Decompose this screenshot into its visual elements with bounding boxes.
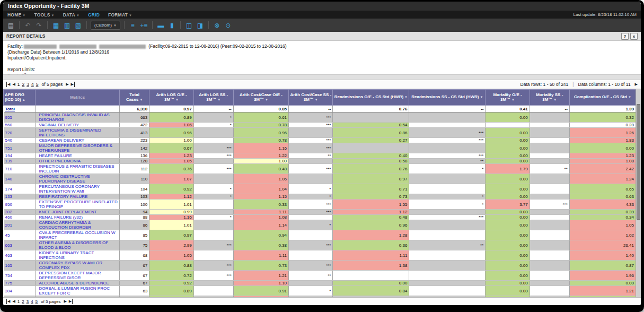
metric-name-link[interactable]: RENAL FAILURE (v32) [36, 215, 120, 220]
menu-item-home[interactable]: HOME▼ [7, 12, 25, 18]
drg-code-link[interactable]: 775 [4, 281, 36, 286]
show-values-icon[interactable]: ⊙ [224, 21, 233, 30]
metric-name-link[interactable]: PERCUTANEOUS CORONARY INTERVENTION W AMI [36, 184, 120, 194]
last-page-icon[interactable]: ▶ [69, 299, 73, 304]
page-link-3[interactable]: 3 [27, 82, 29, 87]
undo-icon[interactable]: ↶ [23, 21, 32, 30]
split-rows-icon[interactable]: ◫ [184, 21, 193, 30]
drg-code-link[interactable]: 754 [4, 271, 36, 281]
freeze-top-row-icon[interactable]: ▬ [156, 21, 165, 30]
menu-item-tools[interactable]: TOOLS▼ [34, 12, 54, 18]
drg-code-link[interactable]: 720 [4, 128, 36, 138]
next-page-icon[interactable]: ▶ [64, 299, 66, 304]
bar-chart-icon[interactable]: ▥ [63, 21, 72, 30]
metric-name-link[interactable]: RESPIRATORY FAILURE [36, 194, 120, 200]
drg-code-link[interactable]: 560 [4, 123, 36, 128]
metric-name-link[interactable]: CARDIAC ARRHYTHMIA & CONDUCTION DISORDER [36, 220, 120, 230]
export-grid-icon[interactable]: ▤ [6, 21, 15, 30]
drg-code-link[interactable]: 304 [4, 286, 36, 296]
menu-item-grid[interactable]: GRID [88, 12, 100, 18]
freeze-first-column-icon[interactable]: ▮ [167, 21, 177, 30]
page-link-5[interactable]: 5 [36, 299, 38, 304]
metric-name-link[interactable]: CHRONIC OBSTRUCTIVE PULMONARY DISEASE [36, 174, 120, 184]
page-link-1[interactable]: 1 [17, 299, 20, 304]
drg-code-link[interactable]: 45 [4, 230, 36, 240]
page-link-2[interactable]: 2 [22, 82, 25, 87]
column-header-1[interactable]: Metrics [36, 90, 120, 106]
metric-name-link[interactable]: CORONARY BYPASS W AMI OR COMPLEX PDX [36, 261, 120, 271]
drg-code-link[interactable]: 710 [4, 164, 36, 174]
metric-name-link[interactable]: DORSAL & LUMBAR FUSION PROC EXCEPT FOR C [36, 286, 120, 296]
last-page-icon[interactable]: ▶ [71, 82, 75, 87]
column-header-11[interactable]: Complication O/E - CS Std▼ [569, 90, 636, 106]
total-row-label[interactable]: Total [4, 106, 36, 112]
drg-code-link[interactable]: 950 [4, 200, 36, 210]
metric-name-link[interactable]: DEPRESSION EXCEPT MAJOR DEPRESSIVE DISOR [36, 271, 120, 281]
column-header-7[interactable]: Readmissions O/E - CS Std (HWR)▼ [333, 90, 409, 106]
drg-code-link[interactable]: 174 [4, 184, 36, 194]
grid-view-icon[interactable]: ▦ [51, 21, 60, 30]
drg-code-link[interactable]: 750 [4, 296, 36, 298]
drg-code-link[interactable]: 463 [4, 250, 36, 261]
column-header-0[interactable]: APR DRG (ICD-10)▲ [4, 90, 36, 106]
redo-icon[interactable]: ↷ [34, 21, 43, 30]
row-height-icon[interactable]: ≡ [128, 21, 137, 30]
first-page-icon[interactable]: ◀ [6, 299, 10, 304]
insert-row-icon[interactable]: +≡ [139, 21, 148, 30]
help-button[interactable]: ? [621, 33, 629, 40]
split-columns-icon[interactable]: ◨ [196, 21, 205, 30]
column-header-9[interactable]: Mortality O/E - 3M™▼ [486, 90, 530, 106]
metric-name-link[interactable]: CVA & PRECEREBRAL OCCLUSION W INFARCT [36, 230, 120, 240]
column-header-3[interactable]: Arith LOS O/E - 3M™▼ [149, 90, 193, 106]
page-link-2[interactable]: 2 [22, 299, 24, 304]
first-page-icon[interactable]: ◀ [6, 82, 10, 87]
hide-values-icon[interactable]: ⊗ [213, 21, 222, 30]
column-header-8[interactable]: Readmissions SS - CS Std (HWR)▼ [409, 90, 486, 106]
page-link-1[interactable]: 1 [17, 82, 20, 87]
custom-layout-dropdown[interactable]: (Custom)▼ [91, 21, 120, 30]
metric-name-link[interactable]: HEART FAILURE [36, 153, 120, 159]
page-link-4[interactable]: 4 [31, 82, 34, 87]
drg-code-link[interactable]: 139 [4, 159, 36, 164]
drg-code-link[interactable]: 133 [4, 194, 36, 200]
drg-code-link[interactable]: 165 [4, 261, 36, 271]
drg-code-link[interactable]: 140 [4, 174, 36, 184]
drg-code-link[interactable]: 955 [4, 112, 36, 123]
metric-name-link[interactable]: EXTENSIVE PROCEDURE UNRELATED TO PRINCIP [36, 200, 120, 210]
drg-code-link[interactable]: 302 [4, 210, 36, 215]
metric-name-link[interactable]: VAGINAL DELIVERY [36, 123, 120, 128]
column-header-2[interactable]: Total Cases▼ [119, 90, 149, 106]
drg-code-link[interactable]: 194 [4, 153, 36, 159]
column-header-5[interactable]: Arith Cost/Case O/E - 3M™▼ [233, 90, 288, 106]
drg-code-link[interactable]: 663 [4, 240, 36, 250]
metric-name-link[interactable]: MAJOR DEPRESSIVE DISORDERS & OTHER/UNSPE [36, 143, 120, 153]
trend-chart-icon[interactable]: ▧ [74, 21, 83, 30]
metric-name-link[interactable]: KIDNEY & URINARY TRACT INFECTIONS [36, 250, 120, 261]
menu-item-data[interactable]: DATA▼ [63, 12, 80, 18]
previous-page-icon[interactable]: ◀ [12, 82, 15, 87]
metric-name-link[interactable]: CESAREAN DELIVERY [36, 138, 120, 143]
page-link-4[interactable]: 4 [31, 299, 33, 304]
metric-name-link[interactable]: KNEE JOINT REPLACEMENT [36, 210, 120, 215]
metric-name-link[interactable]: SCHIZOPHRENIA [36, 296, 120, 298]
vertical-scrollbar[interactable] [636, 89, 641, 297]
column-header-10[interactable]: Mortality SS - 3M™▼ [530, 90, 569, 106]
drg-code-link[interactable]: 460 [4, 215, 36, 220]
next-columns-arrow[interactable]: ▶ [635, 82, 638, 87]
close-button[interactable]: x [630, 33, 638, 40]
metric-name-link[interactable]: INFECTIOUS & PARASITIC DISEASES INCLUDIN [36, 164, 120, 174]
column-header-4[interactable]: Arith LOS SS - 3M™▼ [193, 90, 233, 106]
scrollbar-thumb[interactable] [637, 104, 640, 220]
metric-name-link[interactable]: ALCOHOL ABUSE & DEPENDENCE [36, 281, 120, 286]
column-header-6[interactable]: Arith Cost/Case SS - 3M™▼ [289, 90, 333, 106]
drg-code-link[interactable]: 751 [4, 143, 36, 153]
metric-name-link[interactable]: PRINCIPAL DIAGNOSIS INVALID AS DISCHARGE [36, 112, 120, 123]
page-link-3[interactable]: 3 [27, 299, 29, 304]
metric-name-link[interactable]: OTHER ANEMIA & DISORDERS OF BLOOD & BLOO [36, 240, 120, 250]
drg-code-link[interactable]: 540 [4, 138, 36, 143]
metric-name-link[interactable]: SEPTICEMIA & DISSEMINATED INFECTIONS [36, 128, 120, 138]
drg-code-link[interactable]: 201 [4, 220, 36, 230]
menu-item-format[interactable]: FORMAT▼ [108, 12, 132, 18]
page-link-5[interactable]: 5 [36, 82, 39, 87]
next-page-icon[interactable]: ▶ [66, 82, 68, 87]
